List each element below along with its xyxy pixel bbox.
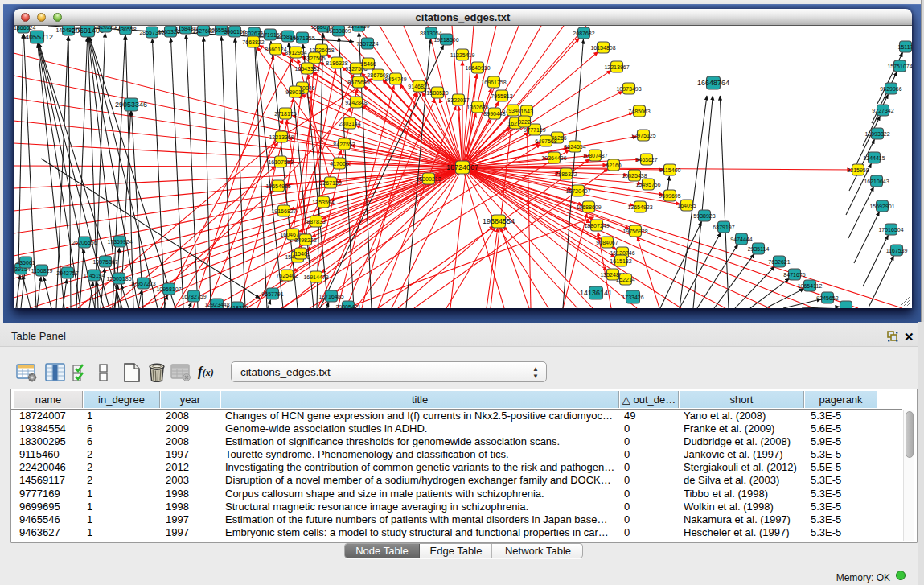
svg-text:989016: 989016: [285, 89, 304, 95]
svg-text:1615132: 1615132: [610, 258, 631, 264]
svg-text:8660124: 8660124: [265, 47, 286, 52]
svg-text:1540: 1540: [294, 251, 307, 257]
svg-text:9245652: 9245652: [816, 295, 838, 301]
svg-text:164095: 164095: [677, 203, 696, 208]
svg-text:3343959: 3343959: [347, 26, 369, 29]
svg-text:29053346: 29053346: [115, 101, 147, 109]
svg-text:19654985: 19654985: [265, 183, 290, 189]
svg-text:14136141: 14136141: [580, 289, 612, 297]
svg-text:12213369: 12213369: [269, 134, 294, 140]
svg-text:16782759: 16782759: [181, 294, 206, 299]
svg-text:1733426: 1733426: [622, 295, 643, 300]
svg-text:2935114: 2935114: [748, 246, 770, 252]
svg-text:8912954: 8912954: [285, 50, 306, 56]
svg-text:13654923: 13654923: [627, 204, 652, 210]
svg-text:14055712: 14055712: [21, 33, 53, 41]
svg-text:7632621: 7632621: [768, 259, 790, 265]
svg-text:2942757: 2942757: [56, 270, 78, 276]
svg-text:6879197: 6879197: [713, 225, 734, 230]
svg-text:16210643: 16210643: [864, 179, 889, 184]
svg-text:8471676: 8471676: [783, 272, 805, 278]
svg-text:16543382: 16543382: [294, 66, 319, 72]
svg-text:8322037: 8322037: [447, 97, 469, 103]
svg-text:1588520: 1588520: [426, 90, 448, 96]
svg-text:15495756: 15495756: [635, 182, 660, 187]
svg-text:9222: 9222: [518, 119, 531, 125]
svg-text:2803144: 2803144: [339, 121, 360, 126]
svg-text:12093822: 12093822: [864, 131, 889, 137]
svg-text:16154808: 16154808: [590, 45, 615, 51]
svg-text:62160: 62160: [606, 163, 622, 168]
svg-text:8675685: 8675685: [347, 80, 369, 85]
svg-text:2087682: 2087682: [573, 31, 594, 36]
svg-text:26206556: 26206556: [72, 240, 97, 245]
svg-text:13226058: 13226058: [309, 47, 334, 53]
svg-text:9777169: 9777169: [524, 127, 545, 133]
svg-text:9327505: 9327505: [303, 56, 325, 61]
svg-text:7625402: 7625402: [276, 273, 298, 278]
svg-text:10973493: 10973493: [616, 86, 641, 92]
svg-text:9463627: 9463627: [635, 157, 657, 163]
svg-text:1145194: 1145194: [84, 273, 105, 278]
svg-text:887833: 887833: [306, 219, 325, 225]
svg-text:2718176: 2718176: [274, 111, 296, 117]
svg-text:12975125: 12975125: [630, 133, 655, 138]
svg-text:19756928: 19756928: [622, 229, 647, 234]
svg-text:11866024: 11866024: [14, 26, 35, 31]
svg-text:7986322: 7986322: [555, 171, 577, 177]
svg-text:19166827: 19166827: [271, 208, 296, 214]
svg-text:10688609: 10688609: [576, 204, 601, 210]
svg-text:15300213: 15300213: [416, 176, 441, 182]
svg-text:16671355: 16671355: [290, 35, 314, 41]
svg-text:16961758: 16961758: [481, 80, 506, 85]
svg-text:7955812: 7955812: [491, 93, 512, 99]
svg-text:417006: 417006: [330, 161, 348, 167]
svg-text:9657791: 9657791: [261, 291, 283, 297]
svg-text:10807487: 10807487: [582, 153, 607, 159]
svg-text:7357224: 7357224: [356, 41, 378, 47]
svg-text:15720407: 15720407: [565, 188, 590, 194]
svg-text:9242848: 9242848: [345, 100, 367, 105]
svg-text:8427552: 8427552: [333, 142, 355, 147]
svg-text:15466: 15466: [360, 61, 376, 67]
svg-text:435061: 435061: [16, 260, 35, 266]
svg-text:10025438: 10025438: [622, 173, 647, 179]
svg-text:3498222: 3498222: [294, 237, 316, 243]
svg-text:8454749: 8454749: [384, 76, 406, 82]
svg-text:20364436: 20364436: [541, 155, 566, 161]
svg-text:16033809: 16033809: [326, 28, 351, 34]
svg-text:10975867: 10975867: [92, 259, 117, 265]
svg-text:11325419: 11325419: [450, 52, 475, 58]
svg-text:8418275: 8418275: [226, 305, 248, 309]
svg-text:7485063: 7485063: [628, 109, 650, 114]
svg-text:13716485: 13716485: [318, 294, 343, 299]
svg-text:5938923: 5938923: [693, 213, 715, 219]
svg-text:9084067: 9084067: [596, 240, 618, 245]
svg-text:9227342: 9227342: [872, 108, 893, 113]
svg-text:1156829: 1156829: [31, 268, 53, 274]
svg-text:15692901: 15692901: [869, 204, 894, 209]
svg-text:3430558: 3430558: [114, 27, 136, 32]
svg-text:15751074: 15751074: [887, 64, 912, 69]
svg-text:16107553: 16107553: [268, 159, 293, 165]
svg-text:17957223: 17957223: [130, 281, 155, 286]
svg-text:18724007: 18724007: [446, 163, 478, 171]
svg-text:9529966: 9529966: [880, 86, 901, 92]
svg-text:1353594: 1353594: [312, 200, 334, 205]
svg-text:7663822: 7663822: [242, 39, 264, 45]
svg-text:15117: 15117: [898, 44, 912, 50]
svg-text:9115460: 9115460: [659, 167, 681, 173]
svg-text:2620223: 2620223: [94, 26, 116, 30]
svg-text:1167539: 1167539: [886, 248, 908, 253]
svg-text:3215958: 3215958: [847, 167, 869, 173]
svg-text:29805421: 29805421: [335, 304, 360, 309]
svg-text:1643: 1643: [520, 109, 533, 114]
svg-text:1244415: 1244415: [863, 155, 885, 161]
svg-text:3267130: 3267130: [319, 180, 341, 186]
svg-text:8186328: 8186328: [326, 60, 347, 66]
svg-text:12213967: 12213967: [604, 64, 629, 70]
svg-text:18807249: 18807249: [584, 223, 609, 229]
svg-text:17359924: 17359924: [107, 239, 132, 245]
svg-text:19384554: 19384554: [483, 217, 515, 225]
svg-text:16640910: 16640910: [465, 65, 490, 71]
